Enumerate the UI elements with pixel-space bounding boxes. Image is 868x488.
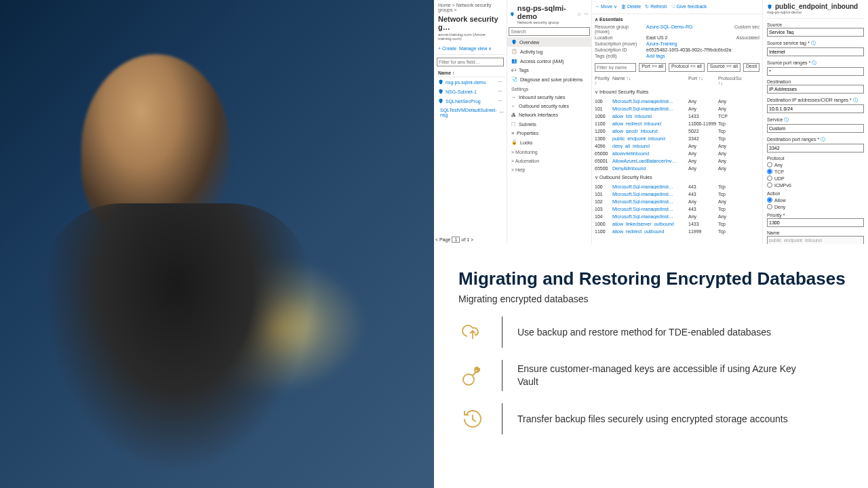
proto-any-radio[interactable]: Any [767, 162, 864, 167]
rule-row[interactable]: 65500DenyAllInboundAnyAny [592, 165, 762, 172]
src-port-input[interactable] [767, 67, 864, 76]
slide-title: Migrating and Restoring Encrypted Databa… [458, 268, 849, 289]
info-icon[interactable]: ⓘ [784, 117, 789, 122]
feedback-button[interactable]: ♡ Give feedback [671, 4, 707, 9]
move-button[interactable]: → Move ∨ [595, 4, 617, 9]
rule-row[interactable]: 4096deny_all_inboundAnyAny [592, 142, 762, 150]
bullet-3: Transfer backup files securely using enc… [458, 403, 849, 434]
menu-overview[interactable]: Overview [507, 37, 591, 47]
more-icon[interactable]: ⋯ [584, 12, 589, 17]
nsg-item[interactable]: SQLTestVMDefaultSubnet-nsg⋯ [435, 106, 505, 119]
pin-icon[interactable]: ☆ [577, 12, 581, 17]
service-select[interactable] [767, 124, 864, 133]
key-lock-icon [458, 361, 487, 390]
menu-locks[interactable]: 🔒Locks [507, 138, 591, 147]
rule-row[interactable]: 100Microsoft.Sql-managedinst…443Tcp [592, 183, 762, 190]
src-port-label: Source port ranges * ⓘ [767, 60, 864, 66]
proto-pill[interactable]: Protocol == all [669, 63, 705, 72]
nsg-subtitle: Network security group [517, 20, 574, 24]
cloud-upload-icon [458, 318, 487, 346]
priority-input[interactable] [767, 218, 864, 227]
menu-diagnose[interactable]: 🩺Diagnose and solve problems [507, 75, 591, 84]
rule-row[interactable]: 1200allow_geodr_inbound5022Tcp [592, 127, 762, 135]
nsg-item[interactable]: SQLNetSecProg⋯ [435, 96, 505, 106]
sub-link[interactable]: Azure-Training [646, 41, 677, 46]
refresh-button[interactable]: ↻ Refresh [645, 4, 667, 9]
proto-icmp-radio[interactable]: ICMPv6 [767, 182, 864, 188]
rule-row[interactable]: 101Microsoft.Sql-managedinst…443Tcp [592, 190, 762, 198]
custom-sec-label: Custom sec [734, 24, 760, 34]
rule-row[interactable]: 101Microsoft.Sql-managedinst…AnyAny [592, 105, 762, 113]
outbound-header[interactable]: ∨ Outbound Security Rules [592, 172, 762, 183]
action-allow-radio[interactable]: Allow [767, 197, 864, 203]
manage-view-button[interactable]: Manage view ∨ [459, 46, 492, 52]
rule-row[interactable]: 1300public_endpoint_inbound3342Tcp [592, 135, 762, 142]
menu-tags[interactable]: 🏷Tags [507, 66, 591, 75]
col-priority[interactable]: Priority ↑ [595, 76, 611, 85]
rg-link[interactable]: Azure-SQL-Demo-RG [646, 24, 692, 34]
menu-subnets[interactable]: ⬚Subnets [507, 119, 591, 129]
dest-select[interactable] [767, 85, 864, 94]
section-automation[interactable]: > Automation [507, 156, 591, 165]
menu-inbound-rules[interactable]: →Inbound security rules [507, 93, 591, 102]
blade-title: Network security g… [435, 14, 505, 33]
section-monitoring[interactable]: > Monitoring [507, 147, 591, 156]
rule-row[interactable]: 1100allow_redirect_outbound11999Tcp [592, 228, 762, 235]
menu-activity-log[interactable]: 📋Activity log [507, 47, 591, 56]
port-pill[interactable]: Port == all [639, 63, 666, 72]
info-icon[interactable]: ⓘ [812, 60, 816, 65]
menu-properties[interactable]: ≡Properties [507, 129, 591, 138]
info-icon[interactable]: ⓘ [821, 137, 825, 142]
rule-row[interactable]: 103Microsoft.Sql-managedinst…443Tcp [592, 205, 762, 213]
rules-filter[interactable] [595, 63, 636, 72]
people-icon: 👥 [511, 58, 517, 64]
rule-row[interactable]: 1100allow_redirect_inbound11000-11999Tcp [592, 120, 762, 127]
src-pill[interactable]: Source == all [707, 63, 741, 72]
nsg-item[interactable]: NSG-Subnet-1⋯ [435, 87, 505, 96]
section-help[interactable]: > Help [507, 165, 591, 174]
col-source[interactable]: So [736, 76, 742, 85]
pager[interactable]: <Page 1 of 1> [435, 237, 473, 243]
menu-outbound-rules[interactable]: ←Outbound security rules [507, 102, 591, 110]
azure-portal-screenshot: Home > Network security groups > Network… [434, 0, 868, 244]
nsg-item[interactable]: nsg-ps-sqlmi-demo⋯ [435, 77, 505, 87]
proto-tcp-radio[interactable]: TCP [767, 169, 864, 174]
service-tag-select[interactable] [767, 47, 864, 56]
rule-row[interactable]: 1000allow_tds_inbound1433TCP [592, 113, 762, 120]
dest-pill[interactable]: Desti [743, 63, 760, 72]
rule-row[interactable]: 65001AllowAzureLoadBalancerInv…AnyAny [592, 157, 762, 165]
rule-row[interactable]: 102Microsoft.Sql-managedinst…AnyAny [592, 198, 762, 205]
column-name-header[interactable]: Name ↑ [435, 69, 505, 77]
menu-iam[interactable]: 👥Access control (IAM) [507, 56, 591, 66]
breadcrumb[interactable]: Home > Network security groups > [435, 1, 505, 14]
sid-label: Subscription ID [595, 47, 642, 52]
rule-row[interactable]: 65000allowvnetinboundAnyAny [592, 150, 762, 157]
delete-button[interactable]: 🗑 Delete [621, 4, 641, 9]
service-label: Service ⓘ [767, 117, 864, 123]
inbound-header[interactable]: ∨ Inbound Security Rules [592, 87, 762, 98]
rule-row[interactable]: 104Microsoft.Sql-managedinst…AnyAny [592, 213, 762, 220]
rule-row[interactable]: 1000allow_linkedserver_outbound1433Tcp [592, 220, 762, 228]
nic-icon: 🖧 [511, 113, 516, 117]
essentials-toggle[interactable]: ∧ Essentials [595, 16, 760, 24]
menu-search[interactable] [509, 27, 589, 36]
menu-nics[interactable]: 🖧Network interfaces [507, 110, 591, 119]
dest-ip-label: Destination IP addresses/CIDR ranges * ⓘ [767, 97, 864, 104]
dest-ip-input[interactable] [767, 104, 864, 113]
create-button[interactable]: + Create [438, 46, 456, 52]
sid-value: e6525482-16f3-4038-902c-7f9bdc6bd2a [646, 47, 731, 52]
dest-label: Destination [767, 79, 864, 84]
tags-link[interactable]: Add tags [646, 54, 665, 58]
action-deny-radio[interactable]: Deny [767, 204, 864, 209]
source-select[interactable] [767, 28, 864, 37]
section-settings: Settings [507, 84, 591, 93]
col-name[interactable]: Name ↑↓ [612, 76, 687, 85]
info-icon[interactable]: ⓘ [853, 98, 858, 102]
col-port[interactable]: Port ↑↓ [688, 76, 717, 85]
proto-udp-radio[interactable]: UDP [767, 176, 864, 181]
col-protocol[interactable]: Protocol ↑↓ [718, 76, 734, 85]
rule-row[interactable]: 100Microsoft.Sql-managedinst…AnyAny [592, 98, 762, 105]
filter-input[interactable] [437, 58, 504, 66]
dest-port-input[interactable] [767, 144, 864, 152]
info-icon[interactable]: ⓘ [811, 41, 816, 45]
